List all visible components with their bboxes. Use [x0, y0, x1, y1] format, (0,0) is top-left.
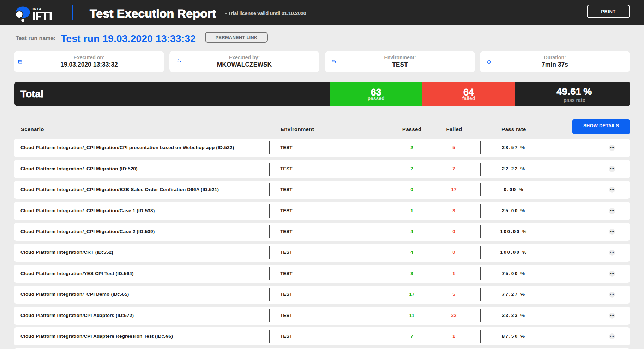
svg-text:INT4: INT4 — [33, 7, 42, 11]
